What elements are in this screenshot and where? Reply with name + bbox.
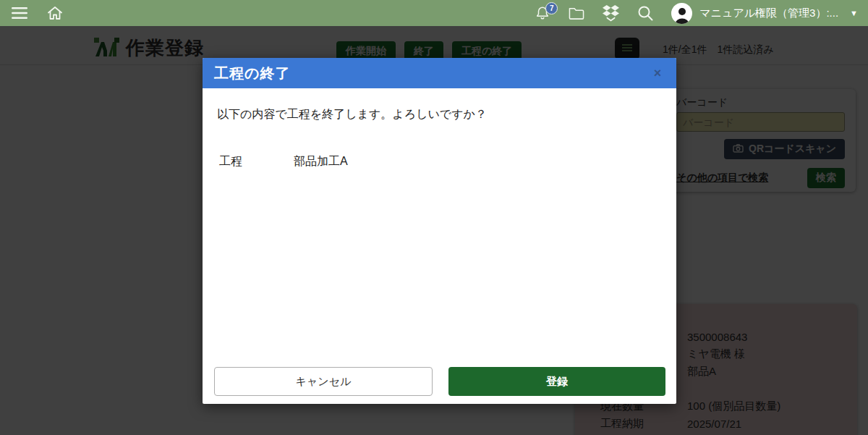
search-icon[interactable] bbox=[637, 4, 654, 22]
process-field-row: 工程 部品加工A bbox=[217, 154, 662, 169]
chevron-down-icon: ▼ bbox=[850, 9, 858, 17]
folder-icon[interactable] bbox=[568, 6, 585, 21]
finish-process-modal: 工程の終了 × 以下の内容で工程を終了します。よろしいですか？ 工程 部品加工A… bbox=[203, 58, 676, 404]
hamburger-menu-icon[interactable] bbox=[12, 7, 27, 19]
top-navbar: 7 bbox=[0, 0, 868, 26]
modal-footer: キャンセル 登録 bbox=[214, 367, 665, 396]
notifications-bell-icon[interactable]: 7 bbox=[535, 5, 550, 22]
confirmation-message: 以下の内容で工程を終了します。よろしいですか？ bbox=[217, 107, 662, 122]
dropbox-icon[interactable] bbox=[603, 5, 619, 22]
user-label: マニュアル権限（管理3）:... bbox=[699, 7, 838, 20]
home-icon[interactable] bbox=[46, 4, 64, 22]
process-field-label: 工程 bbox=[219, 154, 294, 169]
register-button[interactable]: 登録 bbox=[448, 367, 665, 396]
process-field-value: 部品加工A bbox=[294, 154, 348, 169]
notification-count-badge: 7 bbox=[545, 2, 558, 14]
modal-body: 以下の内容で工程を終了します。よろしいですか？ 工程 部品加工A bbox=[203, 88, 676, 169]
cancel-button[interactable]: キャンセル bbox=[214, 367, 433, 396]
user-account-menu[interactable]: マニュアル権限（管理3）:... ▼ bbox=[671, 3, 858, 24]
close-icon[interactable]: × bbox=[649, 64, 666, 82]
modal-header: 工程の終了 × bbox=[203, 58, 676, 88]
modal-title: 工程の終了 bbox=[214, 64, 290, 83]
avatar bbox=[671, 3, 692, 24]
